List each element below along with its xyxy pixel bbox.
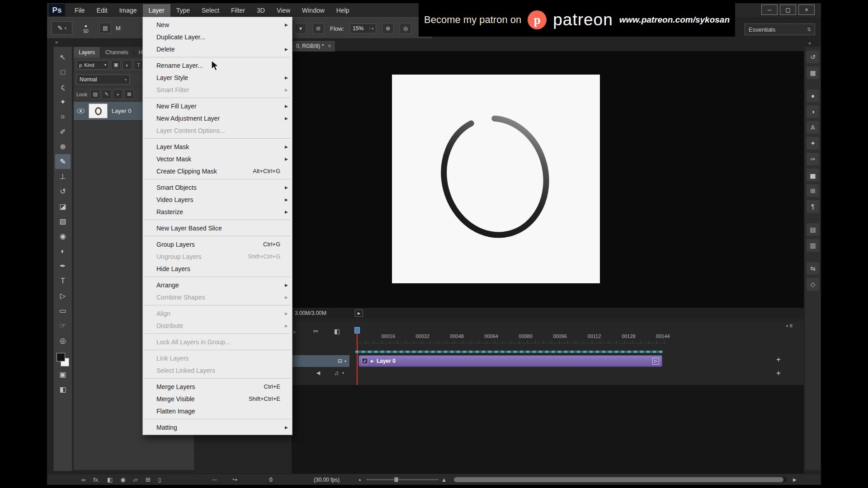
close-tab-icon[interactable]: × bbox=[328, 43, 331, 49]
layer-menu-item[interactable]: Combine Shapes ▶ bbox=[143, 291, 292, 303]
layer-menu-item[interactable]: New ▶ bbox=[143, 19, 292, 31]
layer-menu-item[interactable]: New Adjustment Layer ▶ bbox=[143, 112, 292, 124]
crop-tool[interactable]: ⌗ bbox=[55, 109, 71, 124]
layer-menu-item[interactable]: Link Layers bbox=[143, 352, 292, 364]
scrollbar-thumb[interactable] bbox=[454, 477, 783, 482]
character-panel-icon[interactable]: A bbox=[807, 121, 819, 134]
layer-menu-item[interactable]: Group Layers Ctrl+G bbox=[143, 238, 292, 250]
chevron-down-icon[interactable]: ▾ bbox=[342, 371, 344, 375]
restore-button[interactable]: ▢ bbox=[780, 5, 796, 15]
zoom-out-timeline-icon[interactable]: ▲ bbox=[358, 474, 362, 485]
clip-end-handle[interactable]: ▷ bbox=[652, 358, 659, 365]
chevron-down-icon[interactable]: ▾ bbox=[344, 359, 346, 363]
layer-menu-item[interactable]: Lock All Layers in Group... bbox=[143, 336, 292, 348]
navigator-panel-icon[interactable]: ⊞ bbox=[807, 184, 819, 197]
filter-pixel-icon[interactable]: ▣ bbox=[111, 60, 121, 70]
color-panel-icon[interactable]: ● bbox=[807, 89, 819, 102]
flow-arrow-icon[interactable]: ↪ bbox=[232, 474, 237, 485]
timeline-zoom-slider[interactable] bbox=[366, 479, 439, 480]
gradient-tool[interactable]: ▧ bbox=[55, 214, 71, 229]
collapse-right-dock-icon[interactable]: « bbox=[808, 40, 811, 46]
swatches-panel-icon[interactable]: ▦ bbox=[807, 66, 819, 79]
brush-tool-preset-button[interactable]: ✎ ▾ bbox=[52, 21, 72, 35]
document-canvas[interactable] bbox=[392, 75, 600, 283]
timeline-panel-icon[interactable]: ⇆ bbox=[807, 262, 819, 275]
pen-tool[interactable]: ✒ bbox=[55, 258, 71, 273]
color-swatches[interactable] bbox=[56, 352, 70, 367]
layer-thumbnail[interactable] bbox=[89, 103, 108, 118]
layer-group-icon[interactable]: ▱ bbox=[133, 476, 138, 483]
layer-menu-item[interactable]: Rasterize ▶ bbox=[143, 206, 292, 218]
workspace-switcher[interactable]: Essentials ⇅ bbox=[745, 23, 815, 35]
timeline-scrollbar[interactable] bbox=[454, 477, 787, 482]
filter-adjustment-icon[interactable]: ◐ bbox=[123, 60, 132, 70]
menubar-item[interactable]: Layer bbox=[143, 4, 170, 17]
layer-menu-item[interactable]: Ungroup Layers Shift+Ctrl+G bbox=[143, 250, 292, 263]
track-options-icon[interactable]: ⊟ bbox=[338, 358, 342, 364]
lock-position-icon[interactable]: + bbox=[113, 89, 123, 99]
layer-menu-item[interactable]: Distribute ▶ bbox=[143, 319, 292, 332]
menubar-item[interactable]: 3D bbox=[251, 4, 271, 17]
lock-transparent-icon[interactable]: ▨ bbox=[90, 89, 100, 99]
toggle-brush-panel-button[interactable]: ▤ bbox=[99, 23, 111, 33]
layer-menu-item[interactable]: Hide Layers bbox=[143, 263, 292, 275]
shape-tool[interactable]: ▭ bbox=[55, 303, 71, 318]
layer-menu-item[interactable]: Smart Filter ▶ bbox=[143, 84, 292, 96]
layer-menu-item[interactable]: New Fill Layer ▶ bbox=[143, 100, 292, 112]
move-tool[interactable]: ↖ bbox=[55, 50, 71, 65]
layer-menu-item[interactable]: Merge Visible Shift+Ctrl+E bbox=[143, 393, 292, 405]
scroll-right-icon[interactable]: ▶ bbox=[793, 474, 797, 485]
layer-menu-item[interactable]: Flatten Image bbox=[143, 405, 292, 417]
pressure-opacity-icon[interactable]: ⊘ bbox=[312, 23, 324, 34]
status-play-button[interactable]: ▶ bbox=[355, 310, 363, 317]
layer-menu-item[interactable]: Smart Objects ▶ bbox=[143, 181, 292, 193]
layer-menu-item[interactable]: Merge Layers Ctrl+E bbox=[143, 380, 292, 393]
menubar-item[interactable]: Select bbox=[196, 4, 225, 17]
clipboard-panel-icon[interactable]: ▥ bbox=[807, 239, 819, 252]
history-brush-tool[interactable]: ↺ bbox=[55, 184, 71, 199]
timeline-collapse-icon[interactable]: » bbox=[293, 329, 296, 334]
timeline-panel-menu[interactable]: ▾ ≡ bbox=[786, 323, 793, 329]
layer-menu-item[interactable]: New Layer Based Slice bbox=[143, 222, 292, 234]
layer-menu-item[interactable]: Layer Content Options... bbox=[143, 124, 292, 136]
lasso-tool[interactable]: ς bbox=[55, 80, 71, 94]
zoom-in-timeline-icon[interactable]: ▲ bbox=[441, 474, 447, 485]
canvas-area[interactable] bbox=[292, 51, 804, 307]
menubar-item[interactable]: Window bbox=[296, 4, 330, 17]
add-audio-track-button[interactable]: + bbox=[776, 369, 781, 378]
layer-menu-item[interactable]: Vector Mask ▶ bbox=[143, 153, 292, 165]
layer-menu-item[interactable]: Layer Mask ▶ bbox=[143, 141, 292, 153]
zoom-slider-thumb[interactable] bbox=[394, 477, 398, 482]
new-layer-icon[interactable]: ⊞ bbox=[146, 476, 151, 483]
playhead-handle[interactable] bbox=[354, 327, 360, 333]
history-panel-icon[interactable]: ↺ bbox=[807, 51, 819, 63]
work-area-bar[interactable] bbox=[355, 351, 663, 353]
eraser-tool[interactable]: ◪ bbox=[55, 199, 71, 214]
panel-tab[interactable]: Layers bbox=[74, 47, 100, 58]
lock-all-icon[interactable]: ⊠ bbox=[124, 89, 134, 99]
screen-mode-icon[interactable]: ◧ bbox=[55, 382, 71, 397]
add-video-track-button[interactable]: + bbox=[776, 355, 781, 364]
adjustments-panel-icon[interactable]: ◑ bbox=[807, 105, 819, 118]
blur-tool[interactable]: ◉ bbox=[55, 229, 71, 244]
transition-icon[interactable]: ◧ bbox=[334, 328, 340, 335]
minimize-button[interactable]: ─ bbox=[761, 5, 778, 15]
layer-menu-item[interactable]: Align ▶ bbox=[143, 307, 292, 319]
menubar-item[interactable]: Image bbox=[113, 4, 143, 17]
close-button[interactable]: × bbox=[798, 5, 815, 15]
styles-panel-icon[interactable]: ✦ bbox=[807, 137, 819, 150]
type-tool[interactable]: T bbox=[55, 273, 71, 288]
document-tab[interactable]: 0, RGB/8) * × bbox=[292, 40, 335, 52]
layer-menu-item[interactable]: Layer Style ▶ bbox=[143, 71, 292, 84]
dodge-tool[interactable]: ◐ bbox=[55, 244, 71, 258]
adjustment-layer-icon[interactable]: ◉ bbox=[120, 476, 125, 483]
quick-selection-tool[interactable]: ✦ bbox=[55, 94, 71, 109]
mute-audio-icon[interactable]: ◄ bbox=[315, 369, 321, 376]
quick-mask-icon[interactable]: ▣ bbox=[55, 367, 71, 382]
timeline-frames-toggle-icon[interactable]: ▫▫▫ bbox=[212, 474, 217, 485]
layer-menu-item[interactable]: Delete ▶ bbox=[143, 43, 292, 55]
clone-stamp-tool[interactable]: ⊥ bbox=[55, 169, 71, 184]
layer-effects-icon[interactable]: fx. bbox=[93, 476, 99, 483]
notes-panel-icon[interactable]: ▤ bbox=[807, 223, 819, 236]
layer-menu-item[interactable]: Select Linked Layers bbox=[143, 364, 292, 376]
